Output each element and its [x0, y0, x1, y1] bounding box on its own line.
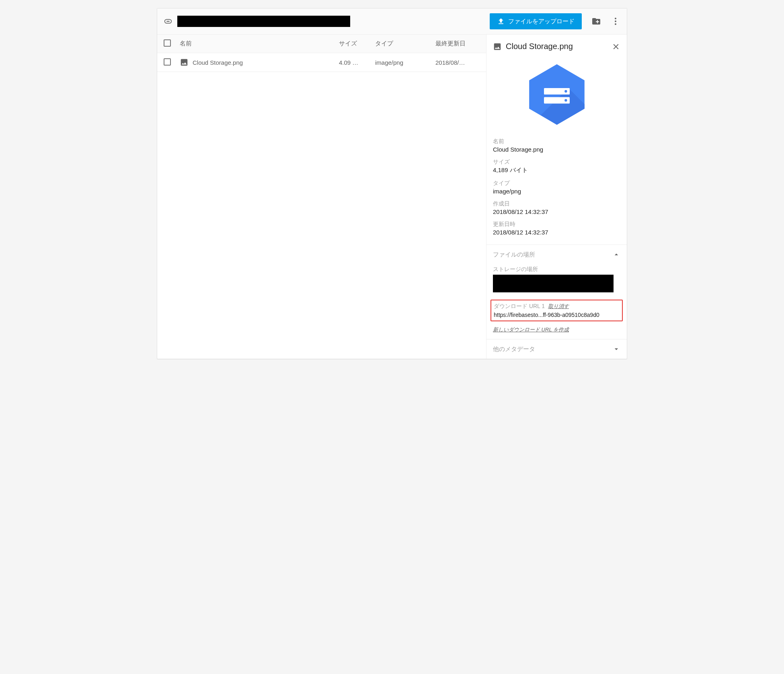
meta-created-label: 作成日 [493, 200, 620, 208]
image-icon [493, 42, 502, 51]
svg-point-1 [615, 21, 616, 22]
storage-panel: ファイルをアップロード 名前 サイズ タイプ 最終更新日 Cloud Stora… [157, 8, 627, 359]
meta-created-value: 2018/08/12 14:32:37 [493, 208, 620, 215]
select-all-checkbox[interactable] [164, 39, 171, 47]
row-size: 4.09 … [339, 59, 375, 66]
meta-size-label: サイズ [493, 158, 620, 166]
row-updated: 2018/08/… [435, 59, 480, 66]
col-updated-header[interactable]: 最終更新日 [435, 40, 480, 47]
meta-name-value: Cloud Storage.png [493, 146, 620, 153]
create-download-url-link[interactable]: 新しいダウンロード URL を作成 [486, 325, 627, 339]
toolbar: ファイルをアップロード [157, 8, 627, 35]
storage-loc-redacted [493, 275, 614, 292]
image-icon [180, 58, 189, 67]
meta-type-value: image/png [493, 188, 620, 195]
file-list: 名前 サイズ タイプ 最終更新日 Cloud Storage.png 4.09 … [157, 35, 486, 359]
svg-point-2 [615, 23, 616, 25]
link-icon [164, 17, 172, 26]
svg-point-0 [615, 18, 616, 19]
storage-loc-label: ストレージの場所 [493, 266, 620, 273]
upload-icon [497, 17, 505, 25]
list-header: 名前 サイズ タイプ 最終更新日 [157, 35, 486, 53]
bucket-path-redacted [177, 16, 350, 27]
more-menu-icon[interactable] [611, 16, 620, 26]
other-metadata-label: 他のメタデータ [493, 345, 612, 353]
download-url-block: ダウンロード URL 1 取り消す https://firebasesto...… [491, 300, 623, 321]
meta-updated-label: 更新日時 [493, 221, 620, 228]
download-url-value[interactable]: https://firebasesto...ff-963b-a09510c8a9… [494, 312, 620, 318]
file-location-label: ファイルの場所 [493, 251, 612, 259]
col-type-header[interactable]: タイプ [375, 40, 435, 47]
col-size-header[interactable]: サイズ [339, 40, 375, 47]
meta-name-label: 名前 [493, 138, 620, 145]
chevron-down-icon [612, 345, 620, 353]
detail-title: Cloud Storage.png [506, 42, 612, 51]
col-name-header[interactable]: 名前 [180, 40, 339, 47]
download-url-label: ダウンロード URL 1 [494, 303, 545, 310]
new-folder-icon[interactable] [591, 16, 601, 26]
svg-point-8 [564, 99, 567, 101]
row-name: Cloud Storage.png [193, 59, 243, 66]
meta-type-label: タイプ [493, 180, 620, 187]
row-type: image/png [375, 59, 435, 66]
other-metadata-section[interactable]: 他のメタデータ [486, 339, 627, 359]
svg-point-7 [564, 90, 567, 92]
cloud-storage-logo-icon [525, 62, 589, 127]
meta-size-value: 4,189 バイト [493, 166, 620, 174]
upload-file-button[interactable]: ファイルをアップロード [490, 13, 582, 29]
detail-panel: Cloud Storage.png 名前 Cloud Storage.png サ… [486, 35, 627, 359]
meta-updated-value: 2018/08/12 14:32:37 [493, 229, 620, 236]
row-checkbox[interactable] [164, 58, 171, 66]
file-location-section[interactable]: ファイルの場所 [486, 245, 627, 264]
chevron-up-icon [612, 251, 620, 259]
table-row[interactable]: Cloud Storage.png 4.09 … image/png 2018/… [157, 53, 486, 72]
close-icon[interactable] [612, 42, 620, 51]
upload-label: ファイルをアップロード [508, 18, 575, 25]
file-preview [486, 54, 627, 135]
revoke-download-link[interactable]: 取り消す [548, 303, 569, 310]
